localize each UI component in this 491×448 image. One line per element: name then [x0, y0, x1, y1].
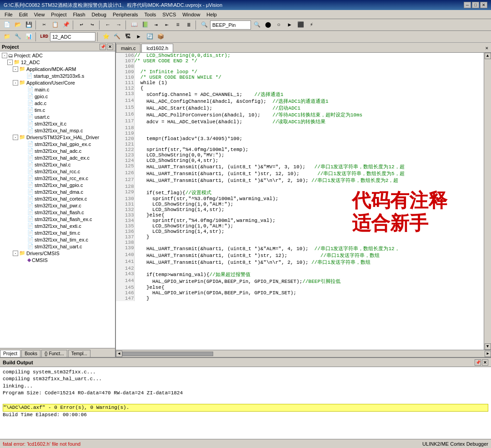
debug3-button[interactable]: ▶: [285, 20, 295, 30]
tree-item-tim[interactable]: 📄 tim.c: [0, 106, 115, 113]
cut-button[interactable]: ✂: [39, 20, 49, 30]
line-content[interactable]: HAL_ADC_Start(&hadcl); //启动ADC1: [134, 105, 484, 111]
tree-item-cmsis[interactable]: ◆ CMSIS: [0, 257, 115, 263]
tree-item-cmsis-folder[interactable]: - 📁 Drivers/CMSIS: [0, 250, 115, 257]
tree-item-hal-flash-ex[interactable]: 📄 stm32f1xx_hal_flash_ex.c: [0, 216, 115, 222]
outdent-button[interactable]: ⇤: [162, 20, 172, 30]
scroll-left[interactable]: ◄: [116, 351, 122, 357]
tab-functions[interactable]: {} Funct...: [41, 350, 67, 357]
menu-help[interactable]: Help: [204, 11, 220, 18]
scroll-down[interactable]: ▼: [485, 343, 491, 350]
build-panel-close[interactable]: ✕: [482, 359, 488, 366]
tree-item-hal-tim[interactable]: 📄 stm32f1xx_hal_tim.c: [0, 229, 115, 236]
redo-button[interactable]: ↪: [87, 20, 97, 30]
line-content[interactable]: HAL_UART_Transmit(&huart1, (uint8_t *)&"…: [134, 163, 484, 170]
indent-button[interactable]: ⇥: [151, 20, 161, 30]
line-content[interactable]: LCD_ShowString(0,0,"MV:");: [134, 152, 484, 158]
line-content[interactable]: LCD_ShowString(1,4,str);: [134, 207, 484, 212]
line-content[interactable]: HAL_GPIO_WritePin(GPIOA,BEEP_Pin, GPIO_P…: [134, 278, 484, 285]
menu-window[interactable]: Window: [180, 11, 203, 18]
paste-button[interactable]: 📌: [61, 20, 71, 30]
tree-item-startup[interactable]: 📄 startup_stm32f103x6.s: [0, 72, 115, 79]
tb2-build4[interactable]: 🔄: [145, 32, 155, 42]
menu-svcs[interactable]: SVCS: [160, 11, 179, 18]
format2-button[interactable]: ≣: [184, 20, 194, 30]
line-content[interactable]: if(temp>warming_val){//如果超过报警值: [134, 271, 484, 278]
code-content[interactable]: 代码有注释 适合新手 106// LCD_ShowString(0,0,dis_…: [116, 53, 484, 350]
project-combo[interactable]: [50, 32, 95, 41]
tb2-btn4[interactable]: LRD: [39, 32, 49, 42]
debug5-button[interactable]: ⚡: [306, 20, 316, 30]
tb2-pkg[interactable]: 📦: [155, 32, 165, 42]
line-content[interactable]: sConfig.Channel = ADC_CHANNEL_1; //选择通道1: [134, 91, 484, 98]
maximize-button[interactable]: □: [472, 2, 479, 8]
line-content[interactable]: }: [134, 296, 484, 301]
target-combo[interactable]: [210, 20, 251, 30]
tree-expand-user[interactable]: -: [13, 80, 18, 86]
line-content[interactable]: }else{: [134, 285, 484, 290]
tree-expand-icon[interactable]: -: [2, 53, 7, 58]
line-content[interactable]: /* USER CODE END 2 */: [134, 58, 484, 64]
tree-item-hal-tim-ex[interactable]: 📄 stm32f1xx_hal_tim_ex.c: [0, 236, 115, 243]
scroll-right[interactable]: ►: [485, 351, 491, 357]
tree-item-main[interactable]: 📄 main.c: [0, 86, 115, 93]
tb2-build3[interactable]: ▶: [134, 32, 144, 42]
tb2-star[interactable]: ⭐: [101, 32, 111, 42]
search2-button[interactable]: 🔍: [252, 20, 262, 30]
tree-item-hal-adc-ex[interactable]: 📄 stm32f1xx_hal_adc_ex.c: [0, 154, 115, 161]
tree-item-root[interactable]: - 🗂 Project: ADC: [0, 52, 115, 59]
tree-item-hal-gpio[interactable]: 📄 stm32f1xx_hal_gpio.c: [0, 181, 115, 188]
menu-peripherals[interactable]: Peripherals: [110, 11, 141, 18]
tab-books[interactable]: Books: [21, 350, 40, 357]
line-content[interactable]: // LCD_ShowString(0,0,dis_str);: [134, 53, 484, 58]
line-content[interactable]: while (1): [134, 80, 484, 86]
line-content[interactable]: temp=(float)adcv*(3.3/4095)*100;: [134, 136, 484, 141]
debug4-button[interactable]: ⬛: [296, 20, 306, 30]
nav-fwd-button[interactable]: →: [114, 20, 124, 30]
tb2-build2[interactable]: 🏗: [123, 32, 133, 42]
line-content[interactable]: LCD_ShowString(0,4,str);: [134, 158, 484, 163]
tree-item-hal-exti[interactable]: 📄 stm32f1xx_hal_exti.c: [0, 222, 115, 229]
line-content[interactable]: LCD_ShowString(1,4,str);: [134, 229, 484, 234]
scroll-up[interactable]: ▲: [485, 53, 491, 59]
line-content[interactable]: [134, 141, 484, 147]
tb2-btn1[interactable]: 📁: [2, 32, 12, 42]
line-content[interactable]: LCD_ShowString(1,0,"ALM:");: [134, 223, 484, 229]
tree-item-hal-c[interactable]: 📄 stm32f1xx_hal.c: [0, 161, 115, 168]
tree-expand-mdk[interactable]: -: [13, 66, 18, 72]
tree-item-hal-rcc[interactable]: 📄 stm32f1xx_hal_rcc.c: [0, 168, 115, 175]
line-content[interactable]: HAL_UART_Transmit(&huart1, (uint8_t *)st…: [134, 170, 484, 177]
menu-edit[interactable]: Edit: [16, 11, 30, 18]
line-content[interactable]: adcv = HAL_ADC_GetValue(&hadcl); //读取ADC…: [134, 118, 484, 125]
menu-view[interactable]: View: [31, 11, 48, 18]
tree-item-user[interactable]: - 📁 Application/User/Core: [0, 79, 115, 86]
minimize-button[interactable]: ─: [464, 2, 471, 8]
tree-expand-cmsis[interactable]: -: [13, 251, 18, 256]
book1-button[interactable]: 📖: [129, 20, 139, 30]
nav-back-button[interactable]: ←: [103, 20, 113, 30]
find-button[interactable]: 🔍: [199, 20, 209, 30]
line-content[interactable]: HAL_GPIO_WritePin(GPIOA,BEEP_Pin, GPIO_P…: [134, 290, 484, 296]
menu-flash[interactable]: Flash: [70, 11, 88, 18]
tree-item-hal-uart[interactable]: 📄 stm32f1xx_hal_uart.c: [0, 243, 115, 250]
tree-item-hal-dma[interactable]: 📄 stm32f1xx_hal_dma.c: [0, 188, 115, 195]
horizontal-scrollbar[interactable]: ◄ ►: [116, 350, 491, 357]
line-content[interactable]: HAL_UART_Transmit(&huart1, (uint8_t *)&"…: [134, 177, 484, 184]
tree-item-hal-pwr[interactable]: 📄 stm32f1xx_hal_pwr.c: [0, 202, 115, 209]
line-content[interactable]: [134, 125, 484, 131]
line-content[interactable]: [134, 64, 484, 69]
tree-item-12adc[interactable]: - 📁 12_ADC: [0, 59, 115, 65]
tree-item-hal-flash[interactable]: 📄 stm32f1xx_hal_flash.c: [0, 209, 115, 216]
tree-item-gpio[interactable]: 📄 gpio.c: [0, 93, 115, 100]
tb2-btn3[interactable]: 📊: [24, 32, 34, 42]
copy-button[interactable]: 📋: [50, 20, 60, 30]
panel-close-button[interactable]: ✕: [107, 44, 113, 50]
tree-item-hal[interactable]: - 📁 Drivers/STM32F1xx_HAL_Driver: [0, 134, 115, 141]
tree-item-hal-adc[interactable]: 📄 stm32f1xx_hal_adc.c: [0, 147, 115, 154]
undo-button[interactable]: ↩: [76, 20, 86, 30]
line-content[interactable]: /* USER CODE BEGIN WHILE */: [134, 75, 484, 80]
tab-lcd1602[interactable]: lcd1602.h: [141, 44, 173, 52]
tree-expand-hal[interactable]: -: [13, 135, 18, 140]
line-content[interactable]: }: [134, 234, 484, 240]
line-content[interactable]: sprintf(str,"%4.0fmg/100ml",temp);: [134, 147, 484, 152]
